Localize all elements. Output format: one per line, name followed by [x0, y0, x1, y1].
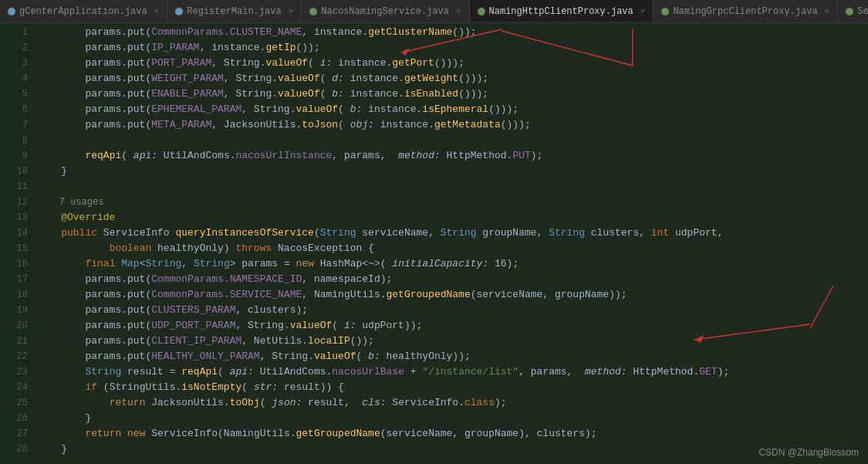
tab-close-nacosnamingservice[interactable]: × [456, 7, 461, 16]
tab-serviceinfoholder[interactable]: ServiceInfoHolder.java × [838, 0, 868, 22]
line-numbers: 1 2 3 4 5 6 7 8 9 10 11 12 13 14 15 16 1… [0, 23, 31, 464]
tab-naminghttpclientproxy[interactable]: NamingHttpClientProxy.java × [470, 0, 654, 22]
tab-close-naminggrpcclientproxy[interactable]: × [825, 7, 830, 16]
code-editor[interactable]: params.put(CommonParams.CLUSTER_NAME, in… [31, 23, 868, 464]
tab-label-naminggrpcclientproxy: NamingGrpcClientProxy.java [673, 6, 817, 17]
tab-label-nacosnamingservice: NacosNamingService.java [321, 6, 449, 17]
tab-bar: gCenterApplication.java × RegisterMain.j… [0, 0, 868, 23]
tab-icon-naminghttpclientproxy [478, 8, 485, 15]
tab-label-gcenter: gCenterApplication.java [19, 6, 147, 17]
tab-icon-serviceinfoholder [846, 8, 853, 15]
tab-naminggrpcclientproxy[interactable]: NamingGrpcClientProxy.java × [654, 0, 838, 22]
tab-icon-naminggrpcclientproxy [661, 8, 669, 15]
tab-close-gcenter[interactable]: × [154, 7, 160, 16]
tab-registermain[interactable]: RegisterMain.java × [167, 0, 302, 22]
tab-close-naminghttpclientproxy[interactable]: × [640, 7, 646, 16]
tab-close-registermain[interactable]: × [289, 7, 294, 16]
code-area: 1 2 3 4 5 6 7 8 9 10 11 12 13 14 15 16 1… [0, 23, 868, 464]
tab-icon-gcenter [8, 8, 15, 15]
watermark-text: CSDN @ZhangBlossom [758, 447, 859, 458]
tab-nacosnamingservice[interactable]: NacosNamingService.java × [302, 0, 469, 22]
tab-label-naminghttpclientproxy: NamingHttpClientProxy.java [489, 6, 633, 17]
tab-label-registermain: RegisterMain.java [187, 6, 281, 17]
tab-gcenter[interactable]: gCenterApplication.java × [0, 0, 167, 22]
tab-icon-registermain [175, 8, 183, 15]
tab-icon-nacosnamingservice [309, 8, 317, 15]
tab-label-serviceinfoholder: ServiceInfoHolder.java [857, 6, 868, 17]
